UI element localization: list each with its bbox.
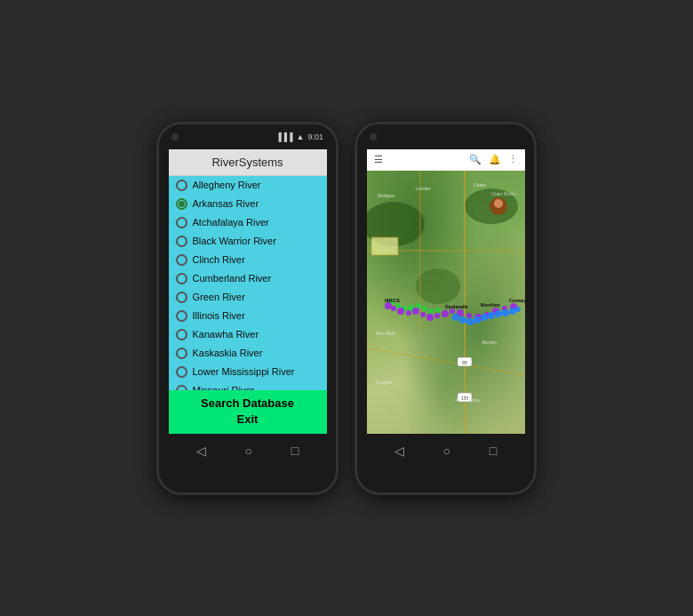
list-item[interactable]: Arkansas River	[169, 195, 327, 213]
river-name: Kanawha River	[193, 329, 259, 340]
svg-text:Fordyce: Fordyce	[376, 380, 392, 385]
svg-point-24	[420, 312, 426, 317]
svg-point-36	[452, 314, 459, 321]
svg-text:Pine Bluff: Pine Bluff	[376, 331, 395, 336]
phone-bottom-bar-right: ◁ ○ □	[357, 434, 534, 468]
svg-text:Conway: Conway	[509, 298, 525, 303]
list-item[interactable]: Allegheny River	[169, 176, 327, 195]
list-item[interactable]: Atchafalaya River	[169, 213, 327, 232]
list-item[interactable]: Missouri River	[169, 381, 327, 391]
more-icon[interactable]: ⋮	[508, 154, 518, 165]
svg-point-22	[406, 310, 411, 316]
toolbar-icons: 🔍 🔔 ⋮	[469, 154, 518, 165]
radio-atchafalaya[interactable]	[176, 217, 187, 228]
signal-icon: ▐▐▐	[275, 132, 292, 141]
status-bar-left: ▐▐▐ ▲ 9:01	[275, 132, 323, 141]
svg-point-30	[466, 313, 472, 318]
river-name: Allegheny River	[193, 180, 261, 190]
svg-point-12	[395, 303, 401, 308]
radio-illinois[interactable]	[176, 310, 187, 322]
app-title: RiverSystems	[211, 156, 283, 169]
svg-point-38	[466, 318, 474, 325]
svg-point-37	[459, 316, 466, 324]
list-item[interactable]: Kanawha River	[169, 325, 327, 344]
home-button-left[interactable]: ○	[245, 444, 252, 458]
svg-point-19	[385, 302, 392, 309]
svg-text:Stuttgart: Stuttgart	[378, 193, 395, 198]
river-name: Black Warrior River	[193, 236, 276, 246]
wifi-icon: ▲	[297, 132, 305, 141]
map-toolbar: ☰ 🔍 🔔 ⋮	[367, 149, 525, 171]
svg-point-16	[422, 306, 427, 311]
river-name: Green River	[193, 292, 245, 302]
list-item[interactable]: Illinois River	[169, 307, 327, 325]
radio-cumberland[interactable]	[176, 273, 187, 284]
map-screen: ☰ 🔍 🔔 ⋮	[367, 149, 525, 434]
svg-point-23	[412, 308, 419, 315]
bottom-buttons[interactable]: Search Database Exit	[169, 390, 327, 433]
svg-rect-60	[371, 237, 398, 255]
menu-icon[interactable]: ☰	[374, 154, 383, 165]
list-item[interactable]: Green River	[169, 288, 327, 307]
phone-top-bar-left: ▐▐▐ ▲ 9:01	[159, 124, 336, 149]
svg-point-27	[442, 310, 449, 317]
svg-point-40	[481, 314, 488, 321]
river-name: Illinois River	[193, 310, 245, 321]
radio-green[interactable]	[176, 292, 187, 303]
front-camera-right	[370, 133, 377, 140]
svg-text:Benton: Benton	[482, 340, 497, 345]
app-header: RiverSystems	[169, 149, 327, 176]
radio-allegheny[interactable]	[176, 180, 187, 191]
svg-point-42	[495, 310, 502, 317]
list-item[interactable]: Kaskaskia River	[169, 344, 327, 363]
radio-kaskaskia[interactable]	[176, 348, 187, 359]
home-button-right[interactable]: ○	[443, 444, 450, 458]
radio-arkansas[interactable]	[176, 198, 187, 210]
svg-text:Cabot: Cabot	[474, 182, 486, 188]
svg-text:NRCS: NRCS	[385, 298, 400, 303]
recent-button-left[interactable]: □	[291, 444, 299, 458]
left-screen: RiverSystems Allegheny River Arkansas Ri…	[169, 149, 327, 434]
svg-text:Dardanelle: Dardanelle	[445, 304, 468, 309]
radio-missouri[interactable]	[176, 385, 187, 391]
svg-point-25	[426, 314, 434, 321]
svg-text:Lonoke: Lonoke	[416, 186, 431, 191]
svg-point-15	[416, 303, 421, 308]
list-item[interactable]: Black Warrior River	[169, 232, 327, 251]
search-icon[interactable]: 🔍	[469, 154, 482, 165]
back-button-right[interactable]: ◁	[394, 444, 404, 458]
phones-container: ▐▐▐ ▲ 9:01 RiverSystems Allegheny River …	[139, 104, 554, 513]
list-item[interactable]: Clinch River	[169, 251, 327, 269]
svg-point-17	[428, 308, 434, 314]
svg-point-39	[474, 316, 481, 324]
svg-point-21	[397, 308, 404, 315]
svg-point-45	[515, 307, 521, 312]
svg-point-18	[435, 308, 441, 313]
list-item[interactable]: Lower Mississippi River	[169, 363, 327, 381]
river-name: Clinch River	[193, 254, 245, 265]
svg-point-44	[509, 308, 516, 315]
svg-point-43	[502, 309, 509, 316]
radio-clinch[interactable]	[176, 254, 187, 266]
recent-button-right[interactable]: □	[490, 444, 497, 458]
search-database-button[interactable]: Search Database	[172, 396, 323, 412]
svg-point-20	[391, 306, 396, 311]
radio-kanawha[interactable]	[176, 329, 187, 340]
right-phone: ☰ 🔍 🔔 ⋮	[354, 122, 537, 495]
left-phone: ▐▐▐ ▲ 9:01 RiverSystems Allegheny River …	[156, 122, 339, 495]
river-name: Arkansas River	[193, 198, 259, 209]
bell-icon[interactable]: 🔔	[489, 154, 501, 165]
river-name: Kaskaskia River	[193, 348, 263, 358]
phone-top-bar-right	[357, 124, 534, 149]
svg-text:Outer Banks...: Outer Banks...	[491, 191, 520, 196]
svg-point-26	[434, 313, 440, 318]
radio-black-warrior[interactable]	[176, 236, 187, 247]
svg-point-59	[494, 199, 503, 208]
radio-lower-mississippi[interactable]	[176, 366, 187, 378]
back-button-left[interactable]: ◁	[196, 444, 206, 458]
exit-button[interactable]: Exit	[172, 412, 323, 428]
river-name: Cumberland River	[193, 273, 272, 284]
list-item[interactable]: Cumberland River	[169, 269, 327, 288]
river-name: Lower Mississippi River	[193, 366, 295, 377]
river-name: Atchafalaya River	[193, 217, 269, 228]
